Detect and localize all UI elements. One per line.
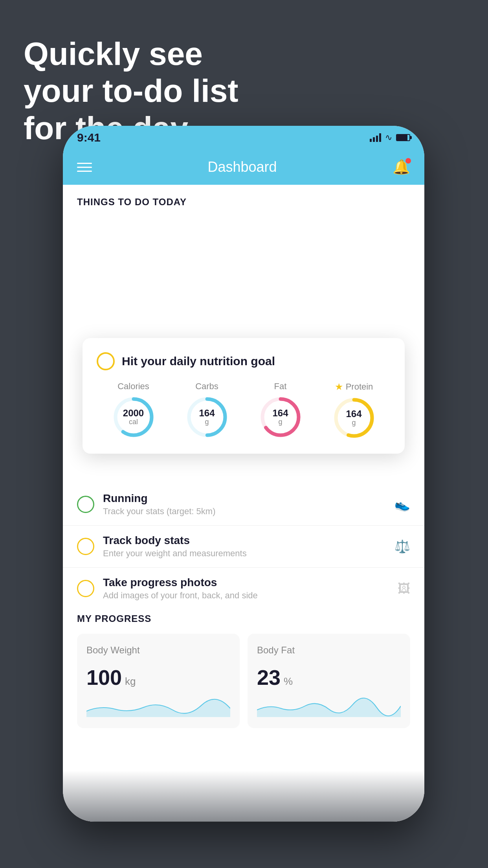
photos-icon: 🖼 — [398, 581, 410, 596]
body-stats-title: Track body stats — [103, 534, 386, 547]
phone-shell: 9:41 ∿ Dashboard 🔔 — [63, 126, 424, 822]
calories-value-container: 2000 cal — [123, 408, 144, 426]
body-fat-card-title: Body Fat — [257, 645, 401, 656]
calories-label: Calories — [117, 381, 149, 392]
nutrition-calories: Calories 2000 cal — [112, 381, 155, 439]
todo-body-stats[interactable]: Track body stats Enter your weight and m… — [63, 526, 424, 568]
calories-value: 2000 — [123, 408, 144, 418]
running-subtitle: Track your stats (target: 5km) — [103, 506, 386, 517]
fat-value: 164 — [272, 408, 288, 418]
body-weight-card[interactable]: Body Weight 100 kg — [77, 634, 240, 728]
running-circle — [77, 496, 94, 513]
fat-label: Fat — [274, 381, 287, 392]
wifi-icon: ∿ — [385, 132, 392, 143]
body-fat-unit: % — [284, 675, 293, 688]
status-time: 9:41 — [77, 131, 101, 144]
bottom-overlay — [63, 771, 424, 822]
body-stats-subtitle: Enter your weight and measurements — [103, 548, 386, 559]
running-text: Running Track your stats (target: 5km) — [103, 492, 386, 517]
protein-label: Protein — [346, 382, 373, 392]
body-fat-value: 23 — [257, 665, 281, 690]
progress-title: MY PROGRESS — [77, 613, 410, 624]
fat-value-container: 164 g — [272, 408, 288, 426]
app-header: Dashboard 🔔 — [63, 149, 424, 185]
protein-value-container: 164 g — [346, 409, 361, 427]
carbs-ring: 164 g — [185, 395, 229, 439]
section-header: THINGS TO DO TODAY — [63, 185, 424, 211]
progress-cards: Body Weight 100 kg Body Fat — [77, 634, 410, 728]
carbs-label: Carbs — [195, 381, 218, 392]
photos-title: Take progress photos — [103, 576, 389, 589]
fat-unit: g — [278, 418, 282, 426]
nutrition-check-circle[interactable] — [97, 352, 115, 370]
body-fat-value-row: 23 % — [257, 665, 401, 690]
notification-bell-icon[interactable]: 🔔 — [393, 159, 410, 175]
nutrition-carbs: Carbs 164 g — [185, 381, 229, 439]
notification-dot — [405, 158, 411, 164]
protein-label-row: ★ Protein — [335, 381, 373, 392]
photos-text: Take progress photos Add images of your … — [103, 576, 389, 601]
running-title: Running — [103, 492, 386, 505]
body-weight-wave — [86, 697, 230, 717]
nutrition-card-title: Hit your daily nutrition goal — [122, 355, 275, 368]
body-weight-value-row: 100 kg — [86, 665, 230, 690]
body-weight-card-title: Body Weight — [86, 645, 230, 656]
progress-section: MY PROGRESS Body Weight 100 kg — [63, 601, 424, 740]
app-title: Dashboard — [207, 159, 277, 175]
todo-running[interactable]: Running Track your stats (target: 5km) 👟 — [63, 484, 424, 526]
protein-value: 164 — [346, 409, 361, 419]
calories-ring: 2000 cal — [112, 395, 155, 439]
body-stats-circle — [77, 538, 94, 555]
nutrition-circles: Calories 2000 cal Carbs — [97, 381, 391, 440]
fat-ring: 164 g — [259, 395, 302, 439]
status-icons: ∿ — [370, 132, 410, 143]
protein-unit: g — [352, 419, 356, 427]
body-stats-text: Track body stats Enter your weight and m… — [103, 534, 386, 559]
nutrition-card: Hit your daily nutrition goal Calories 2… — [83, 338, 405, 454]
photos-circle — [77, 580, 94, 597]
todo-list: Running Track your stats (target: 5km) 👟… — [63, 484, 424, 610]
signal-icon — [370, 133, 381, 142]
battery-icon — [396, 134, 410, 141]
photos-subtitle: Add images of your front, back, and side — [103, 590, 389, 601]
body-stats-icon: ⚖️ — [394, 539, 410, 554]
body-fat-card[interactable]: Body Fat 23 % — [248, 634, 410, 728]
running-icon: 👟 — [394, 497, 410, 512]
status-bar: 9:41 ∿ — [63, 126, 424, 149]
carbs-value-container: 164 g — [199, 408, 215, 426]
body-weight-value: 100 — [86, 665, 122, 690]
star-icon: ★ — [335, 381, 343, 392]
carbs-value: 164 — [199, 408, 215, 418]
body-weight-unit: kg — [125, 675, 136, 688]
nutrition-card-header: Hit your daily nutrition goal — [97, 352, 391, 370]
things-section-title: THINGS TO DO TODAY — [77, 197, 410, 208]
carbs-unit: g — [205, 418, 209, 426]
nutrition-protein: ★ Protein 164 g — [332, 381, 376, 440]
calories-unit: cal — [129, 418, 138, 426]
protein-ring: 164 g — [332, 396, 376, 440]
body-fat-wave — [257, 697, 401, 717]
nutrition-fat: Fat 164 g — [259, 381, 302, 439]
hamburger-menu[interactable] — [77, 163, 92, 172]
